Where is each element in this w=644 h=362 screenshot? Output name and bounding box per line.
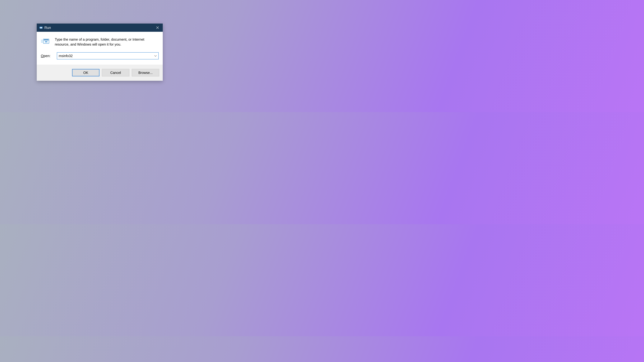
dialog-footer: OK Cancel Browse... [37, 65, 163, 81]
close-button[interactable] [154, 23, 160, 32]
open-input[interactable] [57, 52, 152, 59]
run-icon [39, 26, 43, 29]
svg-rect-2 [40, 27, 42, 27]
chevron-down-icon [154, 55, 157, 57]
run-dialog: Run Type the name of a progra [37, 23, 163, 81]
ok-button[interactable]: OK [72, 69, 100, 76]
svg-rect-11 [45, 41, 48, 42]
open-combobox[interactable] [57, 52, 159, 59]
run-large-icon [41, 37, 50, 46]
dropdown-button[interactable] [152, 55, 158, 57]
instruction-text: Type the name of a program, folder, docu… [55, 37, 156, 47]
close-icon [156, 26, 159, 29]
svg-rect-1 [40, 27, 42, 28]
window-title: Run [44, 25, 51, 30]
open-label: Open: [41, 54, 50, 58]
titlebar[interactable]: Run [37, 23, 163, 32]
cancel-button[interactable]: Cancel [102, 69, 129, 76]
browse-button[interactable]: Browse... [132, 69, 159, 76]
dialog-body: Type the name of a program, folder, docu… [37, 32, 163, 65]
svg-rect-9 [44, 39, 48, 40]
